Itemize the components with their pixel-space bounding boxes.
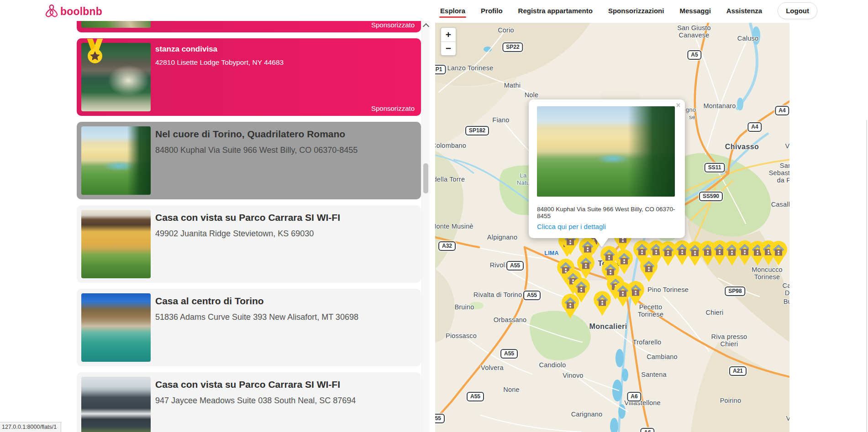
listing-photo [81, 21, 151, 28]
listing-photo [81, 293, 151, 362]
map-label-bruino: Bruino [454, 303, 474, 311]
map-marker-house-pin[interactable] [560, 293, 580, 318]
map-label-val-della-torre: Val della Torre [435, 176, 465, 183]
listing-photo [81, 126, 151, 195]
listing-photo [81, 43, 151, 111]
nav-item-assistenza[interactable]: Assistenza [726, 7, 762, 15]
listing-card-body: Casa con vista su Parco Carrara SI WI-FI… [155, 212, 415, 239]
sponsored-medal-icon [84, 39, 106, 65]
listing-card[interactable]: Nel cuore di Torino, Quadrilatero Romano… [77, 122, 421, 199]
map-label-riva-presso-chieri: Riva presso Chieri [711, 333, 747, 348]
window-scrollbar[interactable] [866, 120, 867, 432]
road-badge-a55: A55 [523, 291, 541, 300]
status-url-tooltip: 127.0.0.1:8000/flats/1 [0, 422, 61, 432]
listing-card[interactable]: Sponsorizzato [77, 21, 421, 32]
listing-card-body: Nel cuore di Torino, Quadrilatero Romano… [155, 128, 415, 155]
popup-close-icon[interactable]: × [676, 102, 680, 109]
map-label-colombano: Colombano [435, 142, 466, 149]
map-label-monte-musin: Monte Musinè [435, 223, 473, 230]
listing-title: Casa al centro di Torino [155, 295, 415, 307]
belo-icon [44, 3, 59, 20]
map-marker-house-pin[interactable] [613, 281, 633, 307]
listing-title: Casa con vista su Parco Carrara SI WI-FI [155, 379, 415, 390]
listing-card[interactable]: stanza condivisa 42810 Lisette Lodge Tob… [77, 38, 421, 116]
listing-address: 51836 Adams Curve Suite 393 New Alisafor… [155, 312, 415, 322]
map-label-buttigliera-d-asti: Buttigliera d'Asti [784, 298, 789, 312]
sponsored-label: Sponsorizzato [371, 104, 415, 112]
map-label-pino-torinese: Pino Torinese [647, 286, 689, 293]
map-label-volvera: Volvera [481, 364, 504, 371]
listings-scrollbar[interactable] [421, 21, 430, 432]
road-badge-a4: A4 [775, 106, 789, 115]
listing-address: 42810 Lisette Lodge Tobyport, NY 44683 [155, 58, 415, 67]
map-label-trofarello: Trofarello [633, 338, 662, 346]
nav-item-profilo[interactable]: Profilo [481, 7, 503, 15]
map-label-montanaro: Montanaro [703, 102, 736, 109]
scrollbar-up-icon[interactable] [423, 23, 429, 30]
map-label-san-giusto-canavese: San Giusto Canavese [677, 24, 711, 39]
road-badge-sp22: SP22 [502, 42, 523, 52]
popup-tail [594, 237, 609, 247]
listing-card[interactable]: Casa con vista su Parco Carrara SI WI-FI… [77, 205, 421, 283]
nav-item-sponsorizzazioni[interactable]: Sponsorizzazioni [608, 7, 664, 15]
listings-panel: Sponsorizzato stanza condivisa 42810 Lis… [77, 21, 421, 432]
map-label-verolengo: Verolengo [785, 142, 789, 150]
road-badge-a55: A55 [506, 261, 524, 271]
listing-card-body: Casa al centro di Torino 51836 Adams Cur… [155, 295, 415, 322]
map-label-lima: LIMA [544, 250, 558, 257]
map[interactable]: San Giusto CanaveseCorioCalusoLanzo Tori… [435, 23, 789, 432]
map-label-corio: Corio [498, 26, 514, 34]
map-label-nole: Nole [525, 91, 539, 99]
brand-logo[interactable]: boolbnb [44, 3, 102, 20]
nav-item-esplora[interactable]: Esplora [440, 7, 465, 15]
map-label-vinovo: Vinovo [563, 372, 583, 379]
map-label-rivalta-di-torino: Rivalta di Torino [473, 291, 522, 298]
zoom-in-button[interactable]: + [441, 28, 456, 42]
listing-card[interactable]: Casa al centro di Torino 51836 Adams Cur… [77, 289, 421, 366]
map-label-casalborgone: Casalborgone [771, 201, 789, 208]
nav-item-messaggi[interactable]: Messaggi [679, 7, 710, 15]
road-badge-a4: A4 [747, 122, 762, 132]
map-label-alpignano: Alpignano [487, 234, 517, 241]
map-label-cambiano: Cambiano [647, 353, 678, 360]
map-label-rivoli: Rivoli [490, 261, 507, 269]
map-label-valfenera: Valfenera [786, 415, 789, 422]
map-label-candiolo: Candiolo [539, 361, 566, 369]
map-marker-house-pin[interactable] [592, 290, 612, 316]
listing-card-body: stanza condivisa 42810 Lisette Lodge Tob… [155, 45, 415, 67]
popup-photo [537, 106, 675, 197]
road-badge-a55: A55 [500, 349, 518, 359]
road-badge-a6: A6 [627, 392, 641, 401]
scrollbar-thumb[interactable] [423, 163, 428, 193]
map-label-moncucco-torinese: Moncucco Torinese [752, 266, 783, 281]
listing-address: 49902 Juanita Ridge Stevietown, KS 69030 [155, 229, 415, 239]
map-label-none: None [503, 386, 519, 393]
map-label-san-sebastiano-da-po: San Sebastiano da Po [769, 162, 789, 184]
road-badge-ss590: SS590 [699, 192, 723, 201]
top-navbar: boolbnb EsploraProfiloRegistra appartame… [0, 0, 868, 21]
map-label-piossasco: Piossasco [446, 332, 477, 339]
nav-item-registra-appartamento[interactable]: Registra appartamento [518, 7, 593, 15]
map-marker-house-pin[interactable] [768, 240, 789, 265]
logout-button[interactable]: Logout [778, 2, 817, 19]
map-label-gno: gno [686, 106, 696, 114]
map-label-mathi: Mathi [504, 82, 521, 89]
listing-address: 84800 Kuphal Via Suite 966 West Billy, C… [155, 146, 415, 155]
map-zoom-control: + − [441, 27, 456, 56]
listing-title: stanza condivisa [155, 45, 415, 54]
road-badge-a21: A21 [729, 366, 747, 376]
map-label-castelnuovo-don-bosco: Castelnuovo Don Bosco [783, 282, 789, 297]
popup-details-link[interactable]: Clicca qui per i dettagli [537, 223, 606, 230]
road-badge-sp182: SP182 [465, 126, 489, 135]
road-badge-sp1: SP1 [435, 65, 446, 74]
listing-title: Nel cuore di Torino, Quadrilatero Romano [155, 128, 415, 140]
listing-photo [81, 210, 151, 278]
map-label-lanzo-torinese: Lanzo Torinese [447, 64, 494, 72]
listing-card-body: Casa con vista su Parco Carrara SI WI-FI… [155, 379, 415, 406]
listing-title: Casa con vista su Parco Carrara SI WI-FI [155, 212, 415, 223]
listing-card[interactable]: Casa con vista su Parco Carrara SI WI-FI… [77, 372, 421, 432]
map-label-carignano: Carignano [571, 411, 603, 418]
map-popup: 84800 Kuphal Via Suite 966 West Billy, C… [529, 99, 685, 238]
zoom-out-button[interactable]: − [441, 42, 456, 56]
map-label-chivasso: Chivasso [725, 143, 759, 151]
